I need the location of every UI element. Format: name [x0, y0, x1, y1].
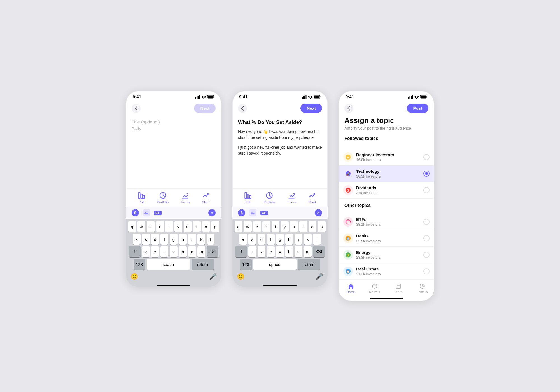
key-v-2[interactable]: v — [276, 246, 284, 257]
key-shift-2[interactable]: ⇧ — [235, 246, 247, 257]
key-h[interactable]: h — [179, 234, 187, 245]
key-n[interactable]: n — [188, 246, 196, 257]
key-c[interactable]: c — [160, 246, 168, 257]
portfolio-button-2[interactable]: Portfolio — [264, 192, 275, 204]
radio-technology[interactable] — [423, 171, 430, 177]
radio-banks[interactable] — [423, 235, 430, 241]
key-i[interactable]: i — [193, 221, 201, 232]
back-button-3[interactable] — [344, 104, 353, 113]
post-button-3[interactable]: Post — [407, 104, 428, 113]
key-r[interactable]: r — [156, 221, 164, 232]
key-y[interactable]: y — [174, 221, 182, 232]
key-e[interactable]: e — [147, 221, 155, 232]
mic-icon-1[interactable]: 🎤 — [209, 273, 217, 280]
image-icon-2[interactable] — [249, 209, 256, 216]
key-x[interactable]: x — [151, 246, 159, 257]
back-button-2[interactable] — [238, 104, 247, 113]
key-t-2[interactable]: t — [272, 221, 279, 232]
key-z-2[interactable]: z — [248, 246, 256, 257]
key-f-2[interactable]: f — [267, 234, 275, 245]
key-b[interactable]: b — [179, 246, 187, 257]
mic-icon-2[interactable]: 🎤 — [316, 273, 323, 280]
key-v[interactable]: v — [170, 246, 178, 257]
key-b-2[interactable]: b — [285, 246, 293, 257]
gif-icon-1[interactable]: GIF — [154, 211, 162, 215]
topic-item-realestate[interactable]: 🏠 Real Estate 21.3k investors — [339, 263, 434, 280]
key-y-2[interactable]: y — [281, 221, 289, 232]
key-q[interactable]: q — [128, 221, 136, 232]
radio-energy[interactable] — [423, 252, 430, 258]
emoji-icon-2[interactable]: 🙂 — [237, 273, 244, 280]
key-backspace-2[interactable]: ⌫ — [313, 246, 325, 257]
nav-item-markets[interactable]: Markets — [363, 283, 386, 294]
key-m[interactable]: m — [197, 246, 205, 257]
key-f[interactable]: f — [160, 234, 168, 245]
topic-item-beginner[interactable]: ★ Beginner Investors 46.8k investors — [339, 149, 434, 165]
key-w-2[interactable]: w — [244, 221, 252, 232]
radio-dividends[interactable] — [423, 187, 430, 193]
key-123[interactable]: 123 — [134, 259, 145, 270]
key-n-2[interactable]: n — [295, 246, 302, 257]
key-e-2[interactable]: e — [253, 221, 261, 232]
close-extras-1[interactable]: ✕ — [208, 209, 216, 216]
image-icon-1[interactable] — [143, 209, 150, 216]
key-return[interactable]: return — [192, 259, 214, 270]
topic-item-energy[interactable]: ⚡ Energy 28.8k investors — [339, 247, 434, 263]
next-button-2[interactable]: Next — [300, 104, 322, 113]
key-q-2[interactable]: q — [235, 221, 242, 232]
key-z[interactable]: z — [142, 246, 150, 257]
key-d[interactable]: d — [151, 234, 159, 245]
topic-item-etfs[interactable]: 📈 ETFs 38.1k investors — [339, 214, 434, 230]
key-j[interactable]: j — [188, 234, 196, 245]
key-shift[interactable]: ⇧ — [129, 246, 141, 257]
key-s-2[interactable]: s — [248, 234, 256, 245]
key-m-2[interactable]: m — [304, 246, 312, 257]
key-j-2[interactable]: j — [295, 234, 302, 245]
key-r-2[interactable]: r — [262, 221, 270, 232]
radio-etfs[interactable] — [423, 219, 430, 225]
key-t[interactable]: t — [165, 221, 173, 232]
trades-button-2[interactable]: Trades — [287, 192, 296, 204]
key-u[interactable]: u — [184, 221, 192, 232]
key-s[interactable]: s — [142, 234, 150, 245]
gif-icon-2[interactable]: GIF — [260, 211, 268, 215]
topic-item-banks[interactable]: 🏦 Banks 32.5k investors — [339, 230, 434, 247]
key-c-2[interactable]: c — [267, 246, 275, 257]
topic-item-dividends[interactable]: $ Dividends 34k investors — [339, 182, 434, 199]
key-return-2[interactable]: return — [298, 259, 320, 270]
key-i-2[interactable]: i — [299, 221, 307, 232]
portfolio-button-1[interactable]: Portfolio — [157, 192, 169, 204]
title-placeholder[interactable]: Title (optional) — [132, 120, 216, 125]
key-g-2[interactable]: g — [276, 234, 284, 245]
topic-item-technology[interactable]: 🚀 Technology 30.3k investors — [339, 165, 434, 182]
key-l-2[interactable]: l — [313, 234, 321, 245]
key-d-2[interactable]: d — [258, 234, 265, 245]
key-p[interactable]: p — [211, 221, 219, 232]
emoji-icon-1[interactable]: 🙂 — [130, 273, 138, 280]
nav-item-portfolio-nav[interactable]: Portfolio — [410, 283, 434, 294]
key-w[interactable]: w — [137, 221, 145, 232]
back-button-1[interactable] — [132, 104, 141, 113]
key-u-2[interactable]: u — [290, 221, 298, 232]
key-k[interactable]: k — [197, 234, 205, 245]
poll-button-2[interactable]: Poll — [244, 192, 252, 204]
key-space[interactable]: space — [147, 259, 190, 270]
key-space-2[interactable]: space — [253, 259, 297, 270]
key-x-2[interactable]: x — [258, 246, 265, 257]
key-o[interactable]: o — [202, 221, 210, 232]
key-a-2[interactable]: a — [239, 234, 247, 245]
key-p-2[interactable]: p — [318, 221, 326, 232]
dollar-icon-2[interactable]: $ — [238, 209, 245, 216]
key-h-2[interactable]: h — [285, 234, 293, 245]
chart-button-2[interactable]: Chart — [308, 192, 316, 204]
close-extras-2[interactable]: ✕ — [315, 209, 322, 216]
key-l[interactable]: l — [207, 234, 214, 245]
radio-beginner[interactable] — [423, 154, 430, 160]
dollar-icon-1[interactable]: $ — [132, 209, 139, 216]
key-o-2[interactable]: o — [309, 221, 316, 232]
nav-item-learn[interactable]: Learn — [386, 283, 410, 294]
key-a[interactable]: a — [133, 234, 141, 245]
body-placeholder[interactable]: Body — [132, 126, 216, 131]
chart-button-1[interactable]: Chart — [202, 192, 210, 204]
trades-button-1[interactable]: Trades — [180, 192, 190, 204]
